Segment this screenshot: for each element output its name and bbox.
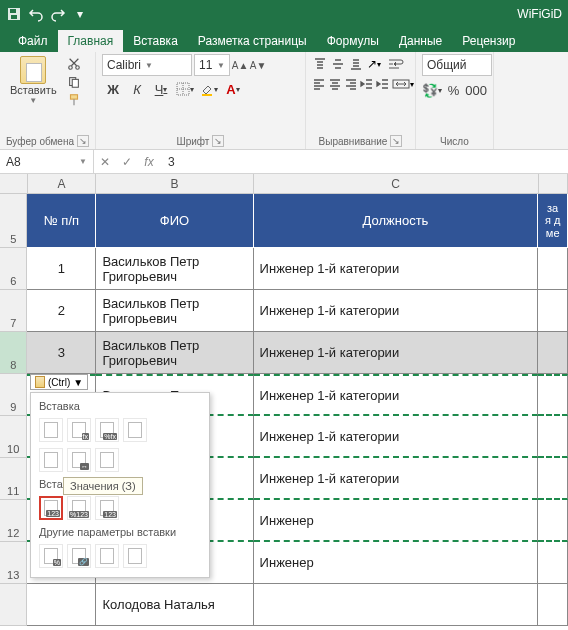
cell[interactable]	[538, 248, 568, 290]
cell[interactable]: ФИО	[96, 194, 253, 248]
cell[interactable]: Колодова Наталья	[96, 584, 253, 626]
align-bottom-icon[interactable]	[348, 54, 364, 74]
cut-icon[interactable]	[65, 56, 83, 72]
fill-color-button[interactable]: ▾	[198, 78, 220, 100]
decrease-font-icon[interactable]: A▼	[250, 54, 266, 76]
cell[interactable]: № п/п	[27, 194, 96, 248]
paste-formulas-icon[interactable]: fx	[67, 418, 91, 442]
cancel-formula-icon[interactable]: ✕	[94, 155, 116, 169]
align-right-icon[interactable]	[344, 74, 358, 94]
number-format-combo[interactable]: Общий	[422, 54, 492, 76]
paste-button[interactable]: Вставить ▼	[6, 54, 61, 108]
qat-dropdown-icon[interactable]: ▾	[72, 6, 88, 22]
cell[interactable]: Инженер 1-й категории	[254, 332, 539, 374]
cell[interactable]: Инженер 1-й категории	[254, 248, 539, 290]
underline-button[interactable]: Ч ▾	[150, 78, 172, 100]
align-left-icon[interactable]	[312, 74, 326, 94]
cell[interactable]	[27, 584, 96, 626]
font-name-combo[interactable]: Calibri▼	[102, 54, 192, 76]
align-center-icon[interactable]	[328, 74, 342, 94]
paste-values-src-icon[interactable]: 123	[95, 496, 119, 520]
align-middle-icon[interactable]	[330, 54, 346, 74]
decrease-indent-icon[interactable]	[360, 74, 374, 94]
paste-values-num-icon[interactable]: %123	[67, 496, 91, 520]
cell[interactable]: 1	[27, 248, 96, 290]
bold-button[interactable]: Ж	[102, 78, 124, 100]
save-icon[interactable]	[6, 6, 22, 22]
row-header[interactable]: 7	[0, 290, 27, 332]
cell[interactable]	[538, 542, 568, 584]
paste-keep-width-icon[interactable]: ↔	[67, 448, 91, 472]
paste-picture-icon[interactable]	[95, 544, 119, 568]
cell[interactable]	[254, 584, 539, 626]
copy-icon[interactable]	[65, 74, 83, 90]
tab-insert[interactable]: Вставка	[123, 30, 188, 52]
clipboard-launcher-icon[interactable]: ↘	[77, 135, 89, 147]
borders-button[interactable]: ▾	[174, 78, 196, 100]
percent-format-icon[interactable]: %	[444, 79, 463, 101]
paste-no-borders-icon[interactable]	[39, 448, 63, 472]
cell[interactable]: Васильков Петр Григорьевич	[96, 248, 253, 290]
format-painter-icon[interactable]	[65, 92, 83, 108]
cell[interactable]: Инженер 1-й категории	[254, 374, 539, 416]
cell[interactable]: Инженер 1-й категории	[254, 416, 539, 458]
row-header[interactable]: 8	[0, 332, 27, 374]
undo-icon[interactable]	[28, 6, 44, 22]
cell[interactable]: Васильков Петр Григорьевич	[96, 332, 253, 374]
cell[interactable]: Инженер	[254, 500, 539, 542]
tab-data[interactable]: Данные	[389, 30, 452, 52]
row-header[interactable]: 12	[0, 500, 27, 542]
font-size-combo[interactable]: 11▼	[194, 54, 230, 76]
cell[interactable]	[538, 416, 568, 458]
paste-transpose-icon[interactable]	[95, 448, 119, 472]
paste-formulas-num-icon[interactable]: %fx	[95, 418, 119, 442]
select-all-corner[interactable]	[0, 174, 28, 193]
redo-icon[interactable]	[50, 6, 66, 22]
cell[interactable]	[538, 458, 568, 500]
cell[interactable]: Инженер 1-й категории	[254, 458, 539, 500]
cell[interactable]: за я д ме	[538, 194, 568, 248]
wrap-text-icon[interactable]	[384, 54, 409, 74]
tab-review[interactable]: Рецензир	[452, 30, 525, 52]
formula-input[interactable]: 3	[160, 155, 568, 169]
row-header[interactable]: 5	[0, 194, 27, 248]
italic-button[interactable]: К	[126, 78, 148, 100]
cell[interactable]: Инженер 1-й категории	[254, 290, 539, 332]
paste-link-icon[interactable]: 🔗	[67, 544, 91, 568]
col-header-b[interactable]: B	[96, 174, 253, 193]
paste-linked-pic-icon[interactable]	[123, 544, 147, 568]
cell[interactable]: 2	[27, 290, 96, 332]
tab-file[interactable]: Файл	[8, 30, 58, 52]
cell[interactable]	[538, 332, 568, 374]
col-header-a[interactable]: A	[28, 174, 97, 193]
cell[interactable]: Должность	[254, 194, 539, 248]
paste-keep-borders-icon[interactable]	[123, 418, 147, 442]
paste-formatting-icon[interactable]: %	[39, 544, 63, 568]
tab-formulas[interactable]: Формулы	[317, 30, 389, 52]
paste-all-icon[interactable]	[39, 418, 63, 442]
tab-layout[interactable]: Разметка страницы	[188, 30, 317, 52]
enter-formula-icon[interactable]: ✓	[116, 155, 138, 169]
paste-options-badge[interactable]: (Ctrl) ▼	[30, 374, 88, 390]
name-box[interactable]: A8▼	[0, 150, 94, 173]
fx-icon[interactable]: fx	[138, 155, 160, 169]
tab-home[interactable]: Главная	[58, 30, 124, 52]
cell[interactable]: Васильков Петр Григорьевич	[96, 290, 253, 332]
cell[interactable]: 3	[27, 332, 96, 374]
paste-values-icon[interactable]: 123	[39, 496, 63, 520]
increase-indent-icon[interactable]	[376, 74, 390, 94]
font-launcher-icon[interactable]: ↘	[212, 135, 224, 147]
cell[interactable]	[538, 374, 568, 416]
increase-font-icon[interactable]: A▲	[232, 54, 248, 76]
cell[interactable]: Инженер	[254, 542, 539, 584]
col-header-c[interactable]: C	[254, 174, 539, 193]
cell[interactable]	[538, 584, 568, 626]
row-header[interactable]: 11	[0, 458, 27, 500]
row-header[interactable]: 10	[0, 416, 27, 458]
accounting-format-icon[interactable]: 💱▾	[422, 79, 442, 101]
align-top-icon[interactable]	[312, 54, 328, 74]
cell[interactable]	[538, 290, 568, 332]
orientation-icon[interactable]: ↗▾	[366, 54, 382, 74]
font-color-button[interactable]: A▾	[222, 78, 244, 100]
row-header[interactable]: 13	[0, 542, 27, 584]
